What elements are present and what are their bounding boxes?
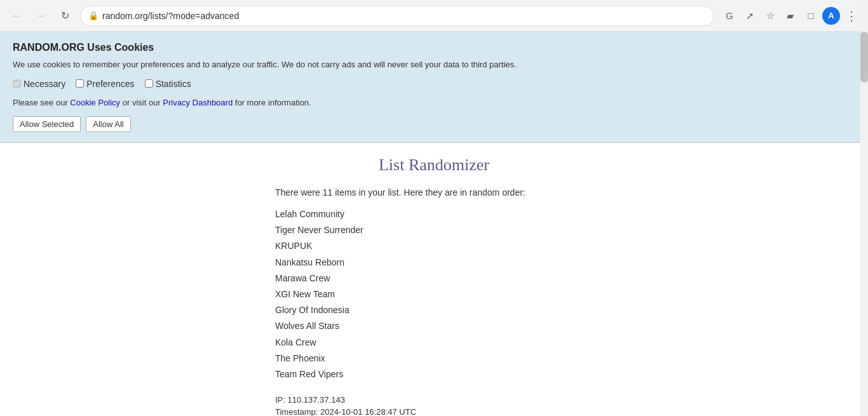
cookie-info-text: Please see our Cookie Policy or visit ou… — [13, 97, 855, 109]
necessary-checkbox-label[interactable]: Necessary — [13, 79, 65, 89]
list-item: KRUPUK — [275, 238, 593, 254]
cookie-banner-title: RANDOM.ORG Uses Cookies — [13, 42, 855, 53]
privacy-dashboard-link[interactable]: Privacy Dashboard — [163, 98, 233, 107]
timestamp: Timestamp: 2024-10-01 16:28:47 UTC — [275, 407, 593, 416]
scrollbar-track[interactable] — [860, 0, 868, 416]
statistics-checkbox-label[interactable]: Statistics — [145, 79, 191, 89]
url-text: random.org/lists/?mode=advanced — [102, 11, 706, 21]
profile-button[interactable]: A — [822, 7, 840, 25]
preferences-checkbox[interactable] — [76, 79, 84, 88]
list-item: Kola Crew — [275, 335, 593, 351]
menu-button[interactable]: ⋮ — [843, 7, 860, 25]
forward-button[interactable]: → — [32, 7, 50, 25]
reload-button[interactable]: ↻ — [56, 7, 74, 25]
list-item: Nankatsu Reborn — [275, 255, 593, 271]
list-item: Lelah Community — [275, 206, 593, 222]
list-item: Team Red Vipers — [275, 366, 593, 382]
toolbar-icons: G ➚ ☆ ▰ □ A ⋮ — [721, 7, 860, 25]
media-icon-btn[interactable]: ▰ — [782, 7, 799, 25]
list-item: Marawa Crew — [275, 271, 593, 286]
allow-all-button[interactable]: Allow All — [86, 116, 130, 132]
list-item: XGI New Team — [275, 286, 593, 302]
result-list: Lelah Community Tiger Never Surrender KR… — [275, 206, 593, 382]
cookie-checkboxes: Necessary Preferences Statistics — [13, 79, 855, 89]
main-content: List Randomizer There were 11 items in y… — [0, 143, 868, 416]
browser-chrome: ← → ↻ 🔒 random.org/lists/?mode=advanced … — [0, 0, 868, 32]
cookie-banner-description: We use cookies to remember your preferen… — [13, 58, 855, 71]
address-bar[interactable]: 🔒 random.org/lists/?mode=advanced — [80, 6, 714, 26]
list-item: Wolves All Stars — [275, 318, 593, 334]
scrollbar-thumb[interactable] — [860, 32, 868, 83]
lock-icon: 🔒 — [88, 11, 98, 20]
split-icon-btn[interactable]: □ — [802, 7, 820, 25]
list-item: Tiger Never Surrender — [275, 222, 593, 238]
result-intro: There were 11 items in your list. Here t… — [275, 187, 593, 198]
cookie-policy-link[interactable]: Cookie Policy — [70, 98, 120, 107]
necessary-label: Necessary — [24, 79, 65, 89]
ip-address: IP: 110.137.37.143 — [275, 395, 593, 405]
page-title: List Randomizer — [379, 156, 489, 175]
share-icon-btn[interactable]: ➚ — [741, 7, 759, 25]
list-item: Glory Of Indonesia — [275, 302, 593, 318]
statistics-checkbox[interactable] — [145, 79, 153, 88]
preferences-checkbox-label[interactable]: Preferences — [76, 79, 134, 89]
cookie-banner: RANDOM.ORG Uses Cookies We use cookies t… — [0, 32, 868, 143]
preferences-label: Preferences — [86, 79, 134, 89]
list-item: The Phoenix — [275, 351, 593, 366]
statistics-label: Statistics — [156, 79, 191, 89]
google-icon-btn[interactable]: G — [721, 7, 738, 25]
bookmark-icon-btn[interactable]: ☆ — [761, 7, 779, 25]
necessary-checkbox[interactable] — [13, 79, 21, 88]
cookie-buttons: Allow Selected Allow All — [13, 116, 855, 132]
allow-selected-button[interactable]: Allow Selected — [13, 116, 81, 132]
back-button[interactable]: ← — [8, 7, 25, 25]
